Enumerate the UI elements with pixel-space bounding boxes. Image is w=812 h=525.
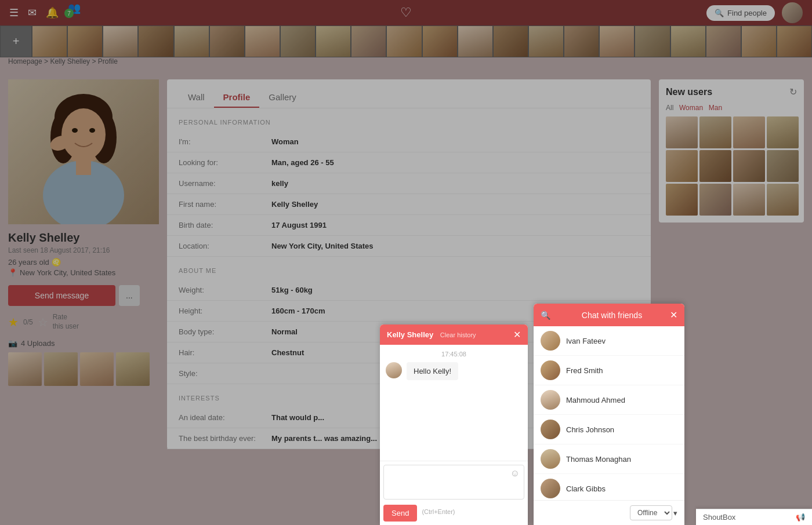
birthdate-value: 17 August 1991 — [271, 221, 327, 229]
thumb-item[interactable] — [103, 25, 138, 57]
thumb-item[interactable] — [777, 25, 812, 57]
more-options-button[interactable]: ... — [119, 285, 140, 306]
tab-wall[interactable]: Wall — [179, 88, 214, 108]
refresh-icon[interactable]: ↻ — [789, 86, 797, 97]
user-thumb[interactable] — [666, 184, 698, 216]
user-thumb[interactable] — [767, 150, 799, 182]
upload-thumb[interactable] — [80, 352, 114, 386]
chat-friends-list: Ivan FateevFred SmithMahmoud AhmedChris … — [534, 326, 684, 457]
thumb-item[interactable] — [138, 25, 173, 57]
thumb-item[interactable] — [32, 25, 67, 57]
info-im: I'm: Woman — [167, 132, 651, 152]
chat-friend-avatar — [541, 331, 560, 351]
mail-icon[interactable]: ✉ — [28, 6, 37, 19]
thumb-item[interactable] — [635, 25, 670, 57]
thumb-item[interactable] — [245, 25, 280, 57]
clear-history-btn[interactable]: Clear history — [440, 331, 476, 338]
hair-value: Chestnut — [271, 348, 304, 357]
user-avatar[interactable] — [782, 2, 803, 23]
bodytype-label: Body type: — [179, 327, 271, 336]
user-thumb[interactable] — [666, 116, 698, 148]
chat-friend-item[interactable]: Mahmoud Ahmed — [534, 385, 684, 415]
camera-icon: 📷 — [8, 339, 17, 348]
thumb-item[interactable] — [67, 25, 103, 57]
location-icon: 📍 — [8, 268, 17, 277]
chat-friend-item[interactable]: Chris Johnson — [534, 415, 684, 444]
add-photo-btn[interactable]: + — [0, 25, 32, 57]
chat-friend-item[interactable]: Thomas Monaghan — [534, 444, 684, 457]
user-thumb[interactable] — [733, 116, 765, 148]
kelly-chat-title: Kelly Shelley Clear history — [387, 330, 476, 339]
thumb-item[interactable] — [706, 25, 741, 57]
about-me-title: ABOUT ME — [179, 267, 639, 274]
username-label: Username: — [179, 179, 271, 188]
action-buttons: Send message ... — [8, 277, 159, 306]
rate-icon[interactable]: ☆ — [38, 315, 48, 329]
chat-friend-item[interactable]: Ivan Fateev — [534, 326, 684, 356]
upload-thumb[interactable] — [116, 352, 150, 386]
thumb-item[interactable] — [599, 25, 635, 57]
chat-friend-name: Ivan Fateev — [566, 337, 606, 345]
find-people-button[interactable]: 🔍 Find people — [706, 5, 775, 21]
svg-rect-10 — [76, 158, 91, 175]
thumb-item[interactable] — [670, 25, 706, 57]
breadcrumb-kelly[interactable]: Kelly Shelley — [50, 57, 90, 65]
user-thumb[interactable] — [699, 116, 731, 148]
header: ☰ ✉ 🔔 👥 7 ♡ 🔍 Find people — [0, 0, 812, 25]
thumb-item[interactable] — [209, 25, 245, 57]
user-thumb[interactable] — [733, 150, 765, 182]
tab-profile[interactable]: Profile — [214, 88, 260, 108]
hair-label: Hair: — [179, 348, 271, 357]
kelly-chat-close-button[interactable]: ✕ — [513, 329, 521, 340]
thumb-item[interactable] — [493, 25, 528, 57]
thumb-item[interactable] — [174, 25, 209, 57]
upload-thumb[interactable] — [8, 352, 42, 386]
info-looking-for: Looking for: Man, aged 26 - 55 — [167, 152, 651, 173]
profile-lastseen: Last seen 18 August 2017, 21:16 — [8, 246, 159, 254]
user-thumb[interactable] — [666, 150, 698, 182]
breadcrumb: Homepage > Kelly Shelley > Profile — [0, 57, 812, 65]
info-username: Username: kelly — [167, 173, 651, 194]
new-users-header: New users ↻ — [666, 86, 797, 97]
info-birthdate: Birth date: 17 August 1991 — [167, 215, 651, 236]
user-thumb[interactable] — [767, 116, 799, 148]
thumb-item[interactable] — [280, 25, 316, 57]
menu-icon[interactable]: ☰ — [9, 6, 19, 19]
breadcrumb-profile: Profile — [98, 57, 118, 65]
user-thumb[interactable] — [699, 184, 731, 216]
filter-woman[interactable]: Woman — [679, 104, 703, 112]
thumb-item[interactable] — [316, 25, 351, 57]
thumb-item[interactable] — [528, 25, 564, 57]
im-value: Woman — [271, 137, 299, 146]
thumb-item[interactable] — [564, 25, 599, 57]
new-users-box: New users ↻ All Woman Man — [659, 79, 804, 223]
thumb-item[interactable] — [741, 25, 777, 57]
im-label: I'm: — [179, 137, 271, 146]
kelly-chat-panel: Kelly Shelley Clear history ✕ 17:45:08 H… — [380, 325, 528, 457]
kelly-chat-messages: 17:45:08 Hello Kelly! — [380, 345, 528, 457]
thumb-item[interactable] — [458, 25, 493, 57]
filter-links: All Woman Man — [666, 103, 797, 112]
chat-friend-item[interactable]: Fred Smith — [534, 356, 684, 385]
thumb-item[interactable] — [422, 25, 458, 57]
user-thumb[interactable] — [767, 184, 799, 216]
location-label: Location: — [179, 242, 271, 250]
thumb-item[interactable] — [386, 25, 422, 57]
new-users-title: New users — [666, 87, 712, 97]
filter-man[interactable]: Man — [709, 104, 722, 112]
chat-friends-close-button[interactable]: ✕ — [670, 309, 677, 320]
upload-thumb[interactable] — [44, 352, 78, 386]
user-thumb[interactable] — [733, 184, 765, 216]
bell-icon[interactable]: 🔔 — [46, 6, 59, 19]
location-value: New York City, United States — [271, 242, 374, 250]
uploads-grid — [8, 352, 159, 386]
rate-label: Ratethis user — [53, 313, 79, 331]
filter-all[interactable]: All — [666, 104, 673, 112]
send-message-button[interactable]: Send message — [8, 285, 115, 306]
breadcrumb-homepage[interactable]: Homepage — [8, 57, 42, 65]
svg-point-7 — [72, 128, 78, 133]
tab-gallery[interactable]: Gallery — [259, 88, 306, 108]
notification-badge: 7 — [64, 9, 74, 18]
user-thumb[interactable] — [699, 150, 731, 182]
thumb-item[interactable] — [351, 25, 386, 57]
